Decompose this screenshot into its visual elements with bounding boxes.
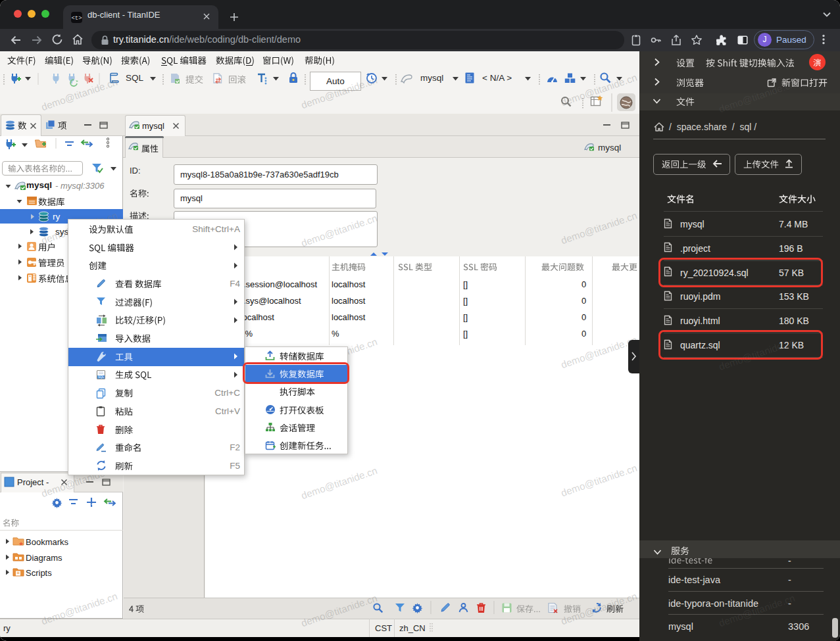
svg-text:<t>: <t> [71,15,82,22]
svg-text:SQL: SQL [98,375,105,379]
